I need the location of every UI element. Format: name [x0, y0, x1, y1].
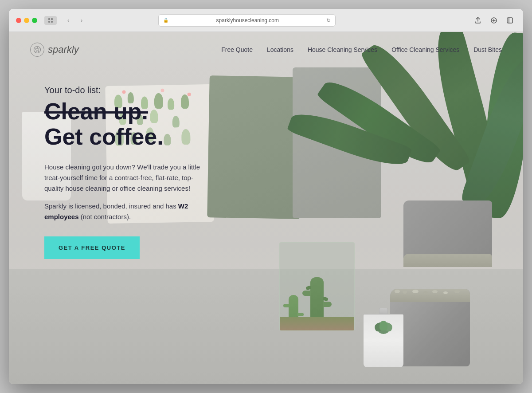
browser-chrome: ‹ › 🔒 sparklyhousecleaning.com ↻ — [9, 9, 523, 32]
forward-button[interactable]: › — [75, 14, 88, 27]
nav-house-cleaning[interactable]: House Cleaning Services — [308, 46, 377, 53]
nav-arrows: ‹ › — [62, 14, 88, 27]
logo[interactable]: sparkly — [30, 43, 79, 57]
cta-button[interactable]: GET A FREE QUOTE — [44, 236, 140, 259]
back-button[interactable]: ‹ — [62, 14, 74, 27]
logo-text: sparkly — [48, 44, 79, 55]
browser-window: ‹ › 🔒 sparklyhousecleaning.com ↻ — [9, 9, 523, 384]
svg-rect-3 — [51, 21, 53, 23]
nav-links: Free Quote Locations House Cleaning Serv… — [221, 46, 502, 53]
address-bar[interactable]: 🔒 sparklyhousecleaning.com ↻ — [158, 14, 336, 27]
svg-rect-1 — [51, 18, 53, 20]
hero-section: sparkly Free Quote Locations House Clean… — [9, 32, 523, 384]
website-content: sparkly Free Quote Locations House Clean… — [9, 32, 523, 384]
minimize-button[interactable] — [24, 18, 29, 23]
maximize-button[interactable] — [32, 18, 37, 23]
svg-rect-2 — [48, 21, 50, 23]
hero-content: Your to-do list: Clean up. Get coffee. H… — [44, 85, 204, 259]
close-button[interactable] — [16, 18, 21, 23]
svg-rect-5 — [507, 18, 512, 23]
hero-description: House cleaning got you down? We'll trade… — [44, 162, 204, 194]
share-button[interactable] — [472, 14, 484, 27]
svg-rect-0 — [48, 18, 50, 20]
refresh-button[interactable]: ↻ — [326, 17, 331, 24]
traffic-lights — [16, 18, 37, 23]
logo-icon — [30, 43, 44, 57]
hero-subtitle: Your to-do list: — [44, 85, 204, 95]
lock-icon: 🔒 — [163, 18, 168, 23]
nav-office-cleaning[interactable]: Office Cleaning Services — [391, 46, 459, 53]
nav-locations[interactable]: Locations — [267, 46, 293, 53]
url-text: sparklyhousecleaning.com — [171, 17, 324, 24]
site-nav: sparkly Free Quote Locations House Clean… — [9, 32, 523, 67]
window-controls — [44, 16, 57, 25]
grid-icon[interactable] — [44, 16, 57, 25]
nav-free-quote[interactable]: Free Quote — [221, 46, 253, 53]
hero-headline-crossed: Clean up. — [44, 99, 204, 124]
hero-trust: Sparkly is licensed, bonded, insured and… — [44, 201, 204, 222]
hero-trust-suffix: (not contractors). — [79, 213, 131, 220]
sidebar-button[interactable] — [504, 14, 516, 27]
hero-headline-main: Get coffee. — [44, 124, 204, 149]
new-tab-button[interactable] — [488, 14, 500, 27]
browser-actions — [472, 14, 516, 27]
hero-trust-text: Sparkly is licensed, bonded, insured and… — [44, 202, 178, 210]
nav-dust-bites[interactable]: Dust Bites — [473, 46, 502, 53]
